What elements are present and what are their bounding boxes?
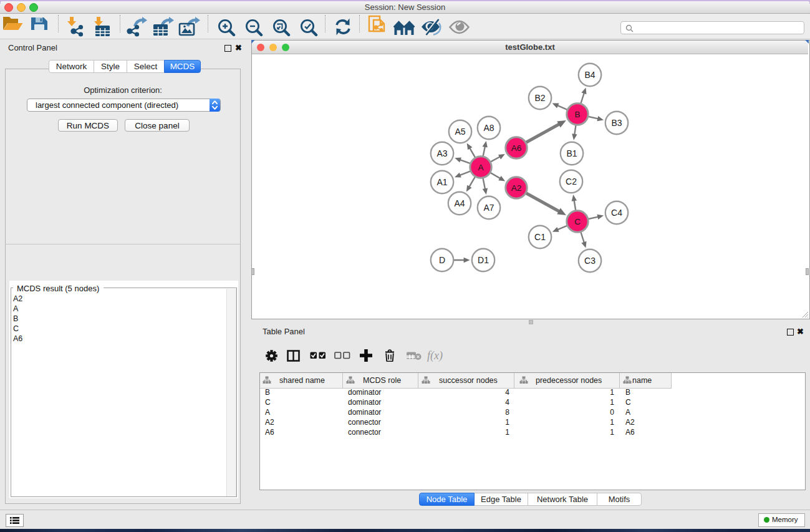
svg-text:C3: C3: [584, 256, 595, 266]
svg-text:A2: A2: [511, 183, 522, 193]
svg-text:A: A: [478, 163, 483, 172]
svg-text:A5: A5: [455, 127, 465, 137]
svg-text:D: D: [439, 255, 445, 265]
svg-text:A1: A1: [436, 177, 447, 187]
svg-text:B1: B1: [566, 148, 577, 158]
svg-text:C1: C1: [534, 232, 546, 242]
svg-text:C4: C4: [611, 208, 622, 218]
svg-text:A6: A6: [511, 143, 522, 153]
svg-text:B2: B2: [534, 93, 545, 103]
svg-text:B: B: [574, 110, 580, 119]
svg-text:A7: A7: [483, 203, 494, 213]
svg-text:C: C: [574, 217, 581, 226]
svg-text:D1: D1: [478, 255, 489, 265]
svg-text:C2: C2: [566, 177, 577, 186]
svg-text:A8: A8: [483, 123, 494, 133]
svg-text:B4: B4: [584, 70, 595, 80]
svg-text:A4: A4: [454, 198, 465, 208]
svg-text:B3: B3: [611, 118, 622, 128]
svg-text:A3: A3: [436, 148, 447, 158]
